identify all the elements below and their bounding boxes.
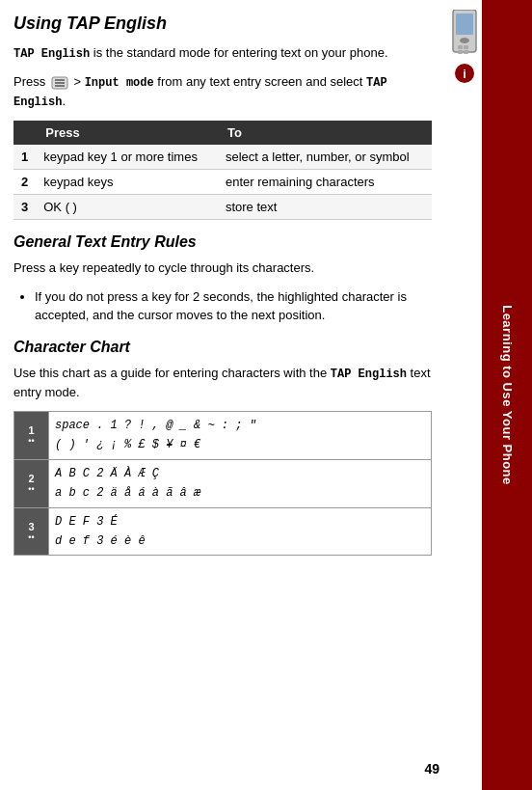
input-mode-label: Input mode: [85, 76, 154, 90]
chart-row: 3 •• D E F 3 Éd e f 3 é è ê: [14, 507, 432, 556]
page-number: 49: [424, 761, 439, 776]
row-press: OK ( ): [36, 195, 218, 220]
key-cell: 3 ••: [14, 507, 49, 556]
right-sidebar: Learning to Use Your Phone: [482, 0, 532, 790]
key-cell: 1 ••: [14, 412, 49, 460]
section3-title: Character Chart: [13, 339, 432, 356]
tap-english-badge-2: TAP English: [13, 76, 387, 109]
section1-intro-text: is the standard mode for entering text o…: [93, 45, 388, 60]
section1-intro: TAP English is the standard mode for ent…: [13, 43, 432, 63]
svg-rect-6: [464, 50, 468, 54]
section3-intro: Use this chart as a guide for entering c…: [13, 364, 432, 402]
chars-cell: space . 1 ? ! , @ _ & ~ : ; "( ) ' ¿ ¡ %…: [49, 412, 432, 460]
table-row: 3 OK ( ) store text: [13, 195, 432, 220]
char-chart: 1 •• space . 1 ? ! , @ _ & ~ : ; "( ) ' …: [13, 411, 432, 556]
phone-icon: [449, 10, 480, 60]
bullet-item-1: If you do not press a key for 2 seconds,…: [35, 287, 432, 325]
sidebar-label: Learning to Use Your Phone: [500, 305, 515, 485]
press-table: Press To 1 keypad key 1 or more times se…: [13, 121, 432, 220]
svg-rect-2: [460, 38, 469, 43]
row-to: select a letter, number, or symbol: [218, 145, 432, 170]
svg-rect-3: [458, 45, 463, 49]
key-number: 1: [28, 424, 34, 436]
section1-title: Using TAP English: [13, 14, 432, 34]
menu-icon: [51, 76, 68, 90]
chart-row: 1 •• space . 1 ? ! , @ _ & ~ : ; "( ) ' …: [14, 412, 432, 460]
row-to: store text: [218, 195, 432, 220]
row-number: 2: [13, 170, 36, 195]
chars-cell: D E F 3 Éd e f 3 é è ê: [49, 507, 432, 556]
chart-row: 2 •• A B C 2 Ä À Æ Ça b c 2 ä å á à ã â …: [14, 459, 432, 507]
row-to: enter remaining characters: [218, 170, 432, 195]
table-header-blank: [13, 121, 36, 145]
key-number: 3: [28, 521, 34, 532]
svg-rect-4: [464, 45, 468, 49]
row-number: 3: [13, 195, 36, 220]
tap-english-badge-3: TAP English: [331, 368, 407, 381]
bullet-list: If you do not press a key for 2 seconds,…: [35, 287, 432, 325]
section2-title: General Text Entry Rules: [13, 233, 432, 251]
svg-rect-5: [458, 50, 463, 54]
section1-instruction: Press > Input mode from any text entry s…: [13, 72, 432, 111]
key-sub: ••: [20, 484, 42, 494]
section2-intro: Press a key repeatedly to cycle through …: [13, 259, 432, 278]
table-row: 1 keypad key 1 or more times select a le…: [13, 145, 432, 170]
table-row: 2 keypad keys enter remaining characters: [13, 170, 432, 195]
key-cell: 2 ••: [14, 459, 49, 507]
tap-english-badge-1: TAP English: [13, 47, 90, 61]
table-header-press: Press: [36, 121, 218, 145]
key-sub: ••: [20, 436, 42, 446]
table-header-to: To: [218, 121, 432, 145]
sidebar-icon-area: i: [447, 10, 482, 83]
info-badge: i: [455, 64, 474, 83]
key-sub: ••: [20, 532, 42, 542]
svg-rect-1: [456, 14, 473, 35]
row-press: keypad key 1 or more times: [36, 145, 218, 170]
row-press: keypad keys: [36, 170, 218, 195]
main-content: Using TAP English TAP English is the sta…: [0, 0, 447, 569]
row-number: 1: [13, 145, 36, 170]
key-number: 2: [28, 473, 34, 484]
chars-cell: A B C 2 Ä À Æ Ça b c 2 ä å á à ã â æ: [49, 459, 432, 507]
